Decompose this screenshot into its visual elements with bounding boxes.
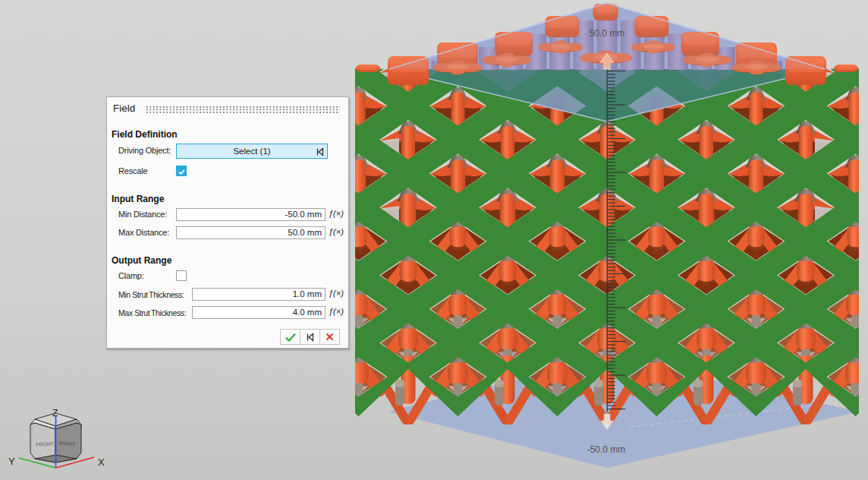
- svg-text:Y: Y: [8, 456, 15, 467]
- svg-text:50.0 mm: 50.0 mm: [590, 28, 625, 39]
- svg-text:Z: Z: [52, 408, 58, 418]
- svg-text:RIGHT: RIGHT: [59, 441, 77, 447]
- svg-text:FRONT: FRONT: [36, 441, 55, 447]
- svg-text:X: X: [98, 456, 105, 468]
- svg-text:-50.0 mm: -50.0 mm: [587, 444, 626, 455]
